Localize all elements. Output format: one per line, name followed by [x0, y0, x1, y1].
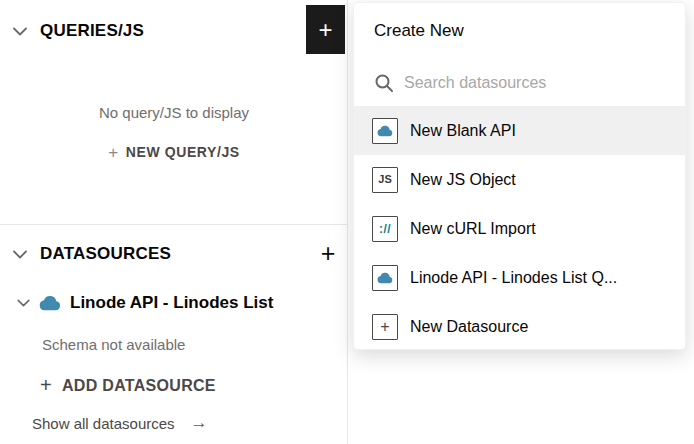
section-divider	[0, 224, 348, 225]
plus-icon: +	[40, 374, 52, 397]
plus-icon: +	[108, 143, 119, 162]
plus-icon: +	[372, 314, 398, 340]
menu-item-new-datasource[interactable]: + New Datasource	[354, 302, 685, 350]
chevron-down-icon[interactable]	[17, 299, 30, 307]
search-input[interactable]	[404, 74, 685, 92]
explorer-sidebar: QUERIES/JS + No query/JS to display +NEW…	[0, 0, 348, 444]
queries-section-title: QUERIES/JS	[40, 21, 144, 41]
curl-icon: ://	[372, 216, 398, 242]
datasource-entity-row[interactable]: Linode API - Linodes List	[0, 290, 348, 316]
datasource-name: Linode API - Linodes List	[70, 293, 273, 313]
menu-item-new-blank-api[interactable]: New Blank API	[354, 106, 685, 155]
chevron-down-icon[interactable]	[13, 27, 27, 36]
add-query-button[interactable]: +	[306, 5, 345, 54]
show-all-datasources-link[interactable]: Show all datasources→	[32, 413, 208, 433]
datasources-section-title: DATASOURCES	[40, 244, 171, 264]
new-query-js-label: NEW QUERY/JS	[126, 144, 240, 160]
new-query-js-button[interactable]: +NEW QUERY/JS	[0, 143, 348, 163]
add-datasource-plus-button[interactable]: +	[314, 239, 342, 267]
cloud-icon	[372, 265, 398, 291]
editor-canvas: QUERIES/JS + No query/JS to display +NEW…	[0, 0, 694, 444]
queries-section-header[interactable]: QUERIES/JS	[0, 16, 348, 46]
js-icon: JS	[372, 167, 398, 193]
search-icon	[374, 73, 394, 93]
add-datasource-label: ADD DATASOURCE	[62, 377, 216, 395]
add-datasource-button[interactable]: +ADD DATASOURCE	[40, 374, 216, 397]
cloud-icon	[39, 295, 61, 311]
menu-item-new-curl-import[interactable]: :// New cURL Import	[354, 204, 685, 253]
queries-empty-message: No query/JS to display	[0, 104, 348, 121]
cloud-icon	[372, 118, 398, 144]
create-new-popover: Create New New Blank API JS New JS Objec…	[353, 2, 686, 350]
menu-item-linode-api-linodes-list-q[interactable]: Linode API - Linodes List Q...	[354, 253, 685, 302]
popover-title: Create New	[374, 21, 464, 41]
schema-status: Schema not available	[42, 336, 185, 353]
show-all-label: Show all datasources	[32, 415, 175, 432]
chevron-down-icon[interactable]	[13, 250, 27, 259]
menu-item-new-js-object[interactable]: JS New JS Object	[354, 155, 685, 204]
datasource-search-row	[354, 61, 685, 105]
datasources-section-header[interactable]: DATASOURCES	[0, 239, 348, 269]
create-new-menu: New Blank API JS New JS Object :// New c…	[354, 106, 685, 350]
arrow-right-icon: →	[191, 413, 208, 433]
